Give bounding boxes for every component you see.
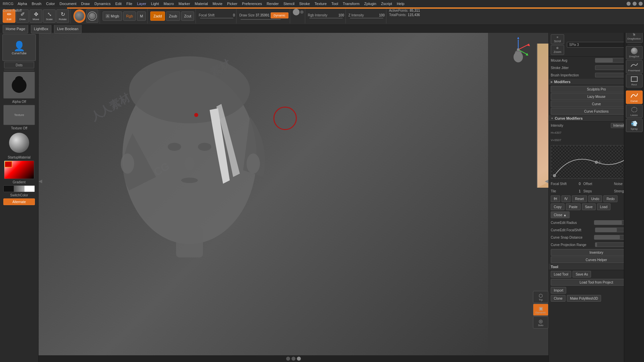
rgb-btn[interactable]: Rgb — [123, 11, 136, 21]
menu-preferences[interactable]: Preferences — [240, 1, 264, 6]
live-boolean-tab[interactable]: Live Boolean — [54, 24, 82, 34]
trp-btn[interactable]: ⬡ Trp — [533, 291, 548, 303]
undo-btn[interactable]: Undo — [588, 195, 602, 202]
lasso-btn[interactable]: Lasso — [626, 105, 643, 118]
alpha-preview[interactable] — [3, 72, 35, 99]
menu-movie[interactable]: Movie — [211, 1, 224, 6]
menu-stroke[interactable]: Stroke — [297, 1, 312, 6]
menu-help[interactable]: Help — [395, 1, 407, 6]
dynamic-view-btn[interactable]: ▣ Dynamic — [533, 304, 548, 316]
menu-dynamics[interactable]: Dynamics — [92, 1, 112, 6]
fh-btn[interactable]: fH — [551, 195, 560, 202]
home-page-tab[interactable]: Home Page — [3, 24, 28, 34]
spray-btn[interactable]: 💨 Spray — [626, 119, 643, 132]
load-btn[interactable]: Load — [597, 203, 610, 210]
menu-zscript[interactable]: Zscript — [379, 1, 394, 6]
menu-marker[interactable]: Marker — [176, 1, 192, 6]
zoom-btn[interactable]: ⊕ Zoom — [551, 45, 564, 55]
curve-focal-shift-label: Focal Shift — [551, 182, 579, 186]
menu-edit[interactable]: Edit — [113, 1, 124, 6]
maximize-btn[interactable] — [633, 2, 637, 6]
dragdot-btn[interactable]: DragDot — [626, 46, 643, 59]
bottom-btn-2[interactable] — [291, 357, 296, 361]
save-as-btn[interactable]: Save As — [573, 271, 591, 278]
mouse-avg-label: Mouse Avg — [551, 59, 594, 62]
flat-shape-btn[interactable] — [86, 9, 98, 23]
menu-material[interactable]: Material — [193, 1, 210, 6]
menu-layer[interactable]: Layer — [135, 1, 148, 6]
material-sphere[interactable] — [9, 133, 29, 153]
close-btn[interactable]: Close ▲ — [551, 212, 570, 218]
alternate-btn[interactable]: Alternate — [3, 198, 35, 205]
save-btn[interactable]: Save — [582, 203, 596, 210]
svg-point-13 — [194, 113, 198, 117]
spix-badge[interactable]: SPix 3 — [567, 42, 628, 48]
fv-btn[interactable]: fV — [561, 195, 571, 202]
menu-brush[interactable]: Brush — [30, 1, 44, 6]
menu-document[interactable]: Document — [58, 1, 78, 6]
top-menu-bar: RRCG Alpha Brush Color Document Draw Dyn… — [0, 0, 644, 7]
menu-macro[interactable]: Macro — [162, 1, 176, 6]
tile-label: Tile — [551, 189, 579, 193]
dynamic-btn[interactable]: Dynamic — [271, 12, 288, 18]
svg-marker-18 — [527, 44, 530, 46]
menu-stencil[interactable]: Stencil — [281, 1, 297, 6]
paste-btn[interactable]: Paste — [566, 203, 581, 210]
curve-draw-btn[interactable]: Curve — [626, 90, 643, 104]
close-btn[interactable] — [639, 2, 643, 6]
menu-picker[interactable]: Picker — [225, 1, 239, 6]
m-btn[interactable]: M — [137, 11, 146, 21]
canvas-scroll-right[interactable]: ◀ — [545, 178, 548, 184]
active-points-label: ActivePoints: — [389, 9, 409, 12]
make-polymesh-btn[interactable]: Make PolyMesh3D — [567, 295, 601, 302]
redo-btn[interactable]: Redo — [603, 195, 618, 202]
scroll-btn[interactable]: ≡ Scrol — [551, 34, 564, 44]
zcut-btn[interactable]: Zcut — [181, 11, 194, 21]
rotate-btn[interactable]: ↻ Rotate — [56, 9, 69, 23]
menu-zplugin[interactable]: Zplugin — [362, 1, 378, 6]
viewport-icons: ⬡ Trp ▣ Dynamic ◎ Solo — [533, 291, 548, 328]
reset-btn[interactable]: Reset — [572, 195, 587, 202]
menu-transform[interactable]: Transform — [341, 1, 362, 6]
solo-btn[interactable]: ◎ Solo — [533, 316, 548, 328]
menu-render[interactable]: Render — [265, 1, 281, 6]
minimize-btn[interactable] — [627, 2, 631, 6]
svg-marker-20 — [517, 37, 519, 39]
menu-texture[interactable]: Texture — [313, 1, 329, 6]
import-btn[interactable]: Import — [551, 287, 566, 294]
sphere-shape-btn[interactable] — [73, 9, 86, 23]
startup-material-label: StartupMaterial — [1, 155, 38, 160]
svg-point-1 — [15, 76, 23, 83]
color-swatch[interactable] — [4, 161, 34, 179]
move-btn[interactable]: ✥ Move — [30, 9, 42, 23]
gradient-bar[interactable] — [3, 185, 35, 192]
svg-rect-10 — [176, 227, 203, 257]
z-intensity-value: 100 — [379, 13, 385, 17]
curve-tube-icon[interactable]: 👤 CurveTube — [2, 34, 36, 61]
zadd-btn[interactable]: Zadd — [150, 11, 165, 21]
canvas-scroll-left[interactable]: ◀ — [39, 178, 42, 184]
copy-btn[interactable]: Copy — [551, 203, 565, 210]
mrgb-btn[interactable]: A Mrgb — [103, 11, 122, 21]
menu-tool[interactable]: Tool — [329, 1, 340, 6]
texture-preview[interactable]: Texture — [3, 105, 35, 125]
menu-color[interactable]: Color — [44, 1, 57, 6]
dots-btn[interactable]: Dots — [4, 62, 34, 68]
rect-btn[interactable]: Rect — [626, 74, 643, 87]
bottom-btn-1[interactable] — [286, 357, 290, 361]
load-tool-btn[interactable]: Load Tool — [551, 271, 571, 278]
svg-point-11 — [121, 154, 134, 174]
menu-light[interactable]: Light — [149, 1, 161, 6]
zsub-btn[interactable]: Zsub — [166, 11, 180, 21]
gradient-label: Gradient — [1, 180, 38, 185]
curve-proj-label: Curve Projection Range — [551, 243, 594, 247]
menu-file[interactable]: File — [124, 1, 135, 6]
lightbox-tab[interactable]: LightBox — [31, 24, 51, 34]
scale-btn[interactable]: ⤡ Scale — [43, 9, 56, 23]
bottom-btn-3[interactable] — [297, 357, 301, 361]
clone-btn[interactable]: Clone — [551, 295, 566, 302]
menu-draw[interactable]: Draw — [79, 1, 92, 6]
freehand-btn[interactable]: FreeHand — [626, 60, 643, 73]
main-canvas[interactable]: 人人素材 RRCG 人人素材 — [39, 33, 488, 355]
menu-alpha[interactable]: Alpha — [15, 1, 29, 6]
